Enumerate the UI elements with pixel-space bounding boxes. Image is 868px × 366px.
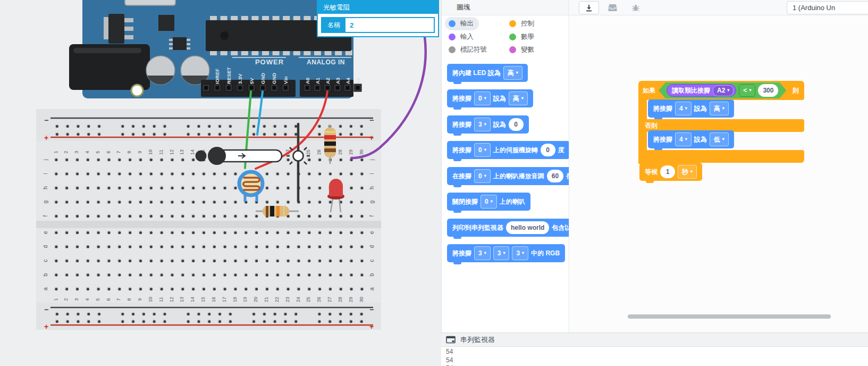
operator-dropdown[interactable]: <▾ — [739, 84, 755, 97]
svg-text:4: 4 — [85, 151, 90, 153]
canvas-horizontal-scrollbar[interactable] — [628, 314, 831, 319]
debug-button[interactable] — [626, 1, 646, 14]
svg-text:A3: A3 — [335, 78, 341, 84]
block-text: 關閉接腳 — [452, 197, 478, 206]
slider-knob[interactable] — [208, 147, 226, 165]
if-block-header[interactable]: 如果 讀取類比接腳 A2▾ <▾ 300 則 — [638, 81, 804, 100]
block-dropdown[interactable]: 3▾ — [493, 246, 510, 260]
svg-text:4: 4 — [85, 298, 90, 301]
code-workspace: 1 (Arduino Un 如果 讀取類比接腳 A2▾ <▾ 300 則 將接 — [570, 0, 868, 332]
svg-text:14: 14 — [190, 149, 195, 155]
slider-min-dot — [196, 151, 207, 162]
block-dropdown[interactable]: 高▾ — [509, 91, 528, 105]
palette-category-2[interactable]: 輸入 — [445, 30, 479, 44]
palette-category-0[interactable]: 輸出 — [445, 17, 479, 30]
block-dropdown[interactable]: 0▾ — [474, 169, 491, 183]
block-text: 將內建 LED 設為 — [452, 69, 501, 78]
block-dropdown[interactable]: 低▾ — [710, 132, 729, 146]
palette-block-rotate-servo[interactable]: 將接腳0▾上的伺服機旋轉0度 — [447, 141, 569, 159]
palette-block-stop-speaker[interactable]: 關閉接腳0▾上的喇叭 — [447, 193, 530, 211]
block-dropdown[interactable]: 3▾ — [474, 246, 491, 260]
block-value-input[interactable]: 0 — [541, 144, 555, 156]
svg-text:3: 3 — [74, 151, 79, 153]
svg-text:25: 25 — [306, 297, 311, 302]
wait-block[interactable]: 等候1秒▾ — [639, 163, 702, 181]
read-analog-label: 讀取類比接腳 — [672, 86, 710, 95]
block-value-input[interactable]: 1 — [660, 165, 675, 178]
block-text: 中的 RGB — [531, 249, 560, 258]
svg-text:IOREF: IOREF — [214, 69, 220, 84]
svg-text:23: 23 — [285, 297, 290, 302]
category-color-dot — [509, 46, 516, 53]
block-value-input[interactable]: hello world — [506, 221, 549, 234]
block-text: 等候 — [645, 168, 658, 177]
palette-block-play-speaker-tone[interactable]: 在接腳0▾上的喇叭播放音調60長 — [447, 167, 569, 185]
device-select[interactable]: 1 (Arduino Un — [787, 1, 868, 14]
svg-text:27: 27 — [327, 297, 332, 302]
block-dropdown[interactable]: 0▾ — [474, 143, 491, 157]
block-dropdown[interactable]: 3▾ — [512, 246, 528, 260]
download-button[interactable] — [579, 1, 599, 14]
block-dropdown[interactable]: 0▾ — [481, 195, 497, 209]
category-label: 標記符號 — [460, 45, 487, 54]
block-dropdown[interactable]: 4▾ — [675, 102, 692, 115]
analog-pin-dropdown[interactable]: A2▾ — [713, 85, 734, 96]
svg-text:GND: GND — [260, 73, 266, 84]
svg-text:10: 10 — [148, 149, 153, 155]
palette-block-serial-print[interactable]: 列印到串列監視器hello world包含以下 — [447, 219, 569, 237]
block-dropdown[interactable]: 3▾ — [474, 118, 491, 131]
svg-text:f: f — [368, 215, 375, 217]
read-analog-block[interactable]: 讀取類比接腳 A2▾ — [667, 84, 736, 97]
palette-block-set-pin-pwm[interactable]: 將接腳3▾設為0 — [447, 115, 529, 134]
header-pins[interactable] — [203, 84, 362, 91]
svg-text:20: 20 — [253, 297, 258, 302]
svg-text:−: − — [44, 305, 48, 314]
palette-block-set-rgb-led[interactable]: 將接腳3▾3▾3▾中的 RGB — [447, 244, 565, 262]
svg-text:i: i — [368, 173, 375, 174]
svg-text:1: 1 — [53, 151, 58, 153]
code-toolbar: 1 (Arduino Un — [570, 0, 868, 15]
block-text: 上的喇叭播放音調 — [493, 172, 544, 181]
svg-text:e: e — [42, 231, 48, 234]
palette-category-3[interactable]: 數學 — [505, 30, 540, 44]
palette-category-1[interactable]: 控制 — [505, 17, 540, 30]
svg-text:30: 30 — [359, 149, 364, 155]
palette-category-4[interactable]: 標記符號 — [445, 43, 492, 56]
palette-block-set-builtin-led[interactable]: 將內建 LED 設為高▾ — [447, 64, 528, 82]
component-name-input[interactable] — [345, 18, 434, 32]
svg-text:9: 9 — [137, 298, 142, 301]
svg-text:b: b — [368, 273, 375, 276]
threshold-value-input[interactable]: 300 — [758, 84, 778, 97]
palette-block-set-pin-digital[interactable]: 將接腳0▾設為高▾ — [447, 89, 533, 107]
slider-track[interactable] — [218, 150, 282, 162]
block-value-input[interactable]: 0 — [509, 118, 524, 131]
block-text: 設為 — [493, 94, 506, 103]
serial-monitor-output[interactable]: 545454 — [441, 347, 868, 366]
circuit-graphics: POWER ANALOG IN IOREFRESET3.3V5VGNDGNDVi… — [0, 0, 441, 366]
component-drawer-button[interactable] — [602, 1, 622, 14]
block-value-input[interactable]: 60 — [547, 170, 563, 182]
palette-category-5[interactable]: 變數 — [505, 43, 540, 56]
set-pin-high-block[interactable]: 將接腳4▾設為高▾ — [648, 99, 734, 118]
set-pin-low-block[interactable]: 將接腳4▾設為低▾ — [648, 130, 734, 148]
block-dropdown[interactable]: 0▾ — [474, 91, 491, 105]
svg-text:14: 14 — [190, 297, 195, 302]
block-dropdown[interactable]: 高▾ — [503, 66, 523, 80]
svg-text:9: 9 — [137, 151, 142, 153]
then-label: 則 — [793, 86, 804, 95]
block-dropdown[interactable]: 4▾ — [675, 132, 692, 146]
svg-text:+: + — [44, 134, 48, 142]
bug-icon — [631, 4, 640, 12]
block-dropdown[interactable]: 高▾ — [710, 102, 729, 115]
serial-monitor-header[interactable]: 串列監視器 — [441, 332, 868, 347]
svg-text:19: 19 — [242, 297, 248, 302]
svg-text:b: b — [42, 273, 48, 276]
device-select-value: 1 (Arduino Un — [793, 4, 835, 12]
svg-text:8: 8 — [127, 298, 132, 301]
condition-block[interactable]: 讀取類比接腳 A2▾ <▾ 300 — [659, 82, 786, 98]
svg-text:26: 26 — [316, 297, 322, 302]
svg-text:a: a — [42, 287, 48, 290]
block-dropdown[interactable]: 秒▾ — [678, 165, 697, 179]
svg-text:3: 3 — [74, 298, 79, 301]
circuit-canvas[interactable]: POWER ANALOG IN IOREFRESET3.3V5VGNDGNDVi… — [0, 0, 441, 366]
